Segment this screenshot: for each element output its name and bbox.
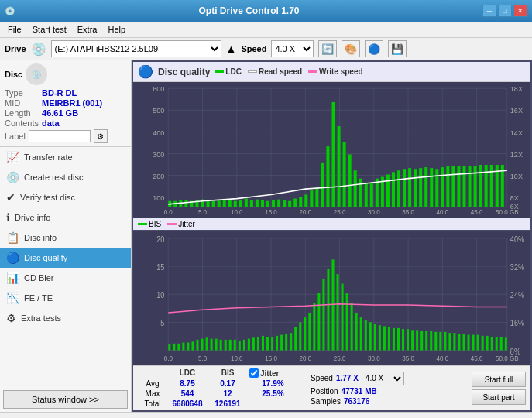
stats-total-jitter <box>248 399 298 409</box>
svg-rect-169 <box>388 327 390 350</box>
menu-extra[interactable]: Extra <box>73 23 102 36</box>
svg-rect-147 <box>285 334 287 350</box>
svg-text:25.0: 25.0 <box>334 209 346 216</box>
svg-rect-35 <box>256 200 259 207</box>
menu-file[interactable]: File <box>3 23 26 36</box>
svg-rect-71 <box>451 166 455 207</box>
svg-rect-128 <box>196 339 198 350</box>
disc-quality-header: 🔵 Disc quality LDC Read speed Write spee… <box>133 62 530 82</box>
svg-rect-142 <box>262 335 264 350</box>
svg-text:15: 15 <box>156 262 164 272</box>
svg-text:10.0: 10.0 <box>231 354 243 362</box>
svg-rect-141 <box>257 337 259 350</box>
svg-rect-44 <box>304 194 307 207</box>
stats-max-bis: 12 <box>208 389 248 399</box>
chart2-svg: 20 15 10 5 40% 32% 24% 16% 8% 0.0 5.0 10… <box>133 231 530 366</box>
svg-rect-192 <box>496 337 498 350</box>
svg-rect-33 <box>245 199 248 207</box>
svg-rect-67 <box>430 168 433 207</box>
speed-select-stats[interactable]: 4.0 X <box>362 372 404 385</box>
settings-button3[interactable]: 💾 <box>388 40 407 57</box>
fe-te-icon: 📉 <box>6 292 19 304</box>
samples-row: Samples 763176 <box>311 397 404 406</box>
svg-text:40.0: 40.0 <box>437 354 449 362</box>
svg-rect-62 <box>403 169 406 207</box>
refresh-button[interactable]: 🔄 <box>318 40 337 57</box>
start-buttons: Start full Start part <box>472 372 526 405</box>
nav-extra-tests[interactable]: ⚙ Extra tests <box>0 308 131 328</box>
drive-select[interactable]: (E:) ATAPI iHBS212 2.5L09 <box>51 40 221 57</box>
svg-rect-175 <box>416 330 418 350</box>
legend-bis-color <box>138 223 147 225</box>
nav-drive-info-label: Drive info <box>15 213 50 222</box>
legend-write-speed: Write speed <box>308 67 363 76</box>
stats-total-bis: 126191 <box>208 399 248 409</box>
svg-text:40%: 40% <box>510 235 524 244</box>
svg-rect-143 <box>266 337 269 350</box>
nav-cd-bler[interactable]: 📊 CD Bler <box>0 268 131 288</box>
legend-read-speed: Read speed <box>248 67 302 76</box>
svg-rect-39 <box>277 200 280 207</box>
nav-disc-info[interactable]: 📋 Disc info <box>0 228 131 248</box>
svg-rect-76 <box>479 165 482 207</box>
nav-create-test-disc[interactable]: 💿 Create test disc <box>0 167 131 187</box>
svg-rect-124 <box>177 343 180 350</box>
legend-ldc: LDC <box>215 67 242 76</box>
disc-quality-title: Disc quality <box>158 67 210 77</box>
svg-rect-173 <box>407 329 409 350</box>
transfer-rate-icon: 📈 <box>6 151 19 163</box>
menu-start-test[interactable]: Start test <box>28 23 71 36</box>
svg-rect-125 <box>182 342 184 350</box>
drive-row: Drive 💿 (E:) ATAPI iHBS212 2.5L09 ▲ Spee… <box>0 38 532 60</box>
svg-rect-161 <box>351 303 353 350</box>
label-icon-btn[interactable]: ⚙ <box>94 129 108 143</box>
close-button[interactable]: ✕ <box>513 5 527 17</box>
mid-value: MEIRBR1 (001) <box>42 98 126 108</box>
chart1-wrapper: 600 500 400 300 200 100 18X 16X 14X 12X … <box>133 82 530 218</box>
chart1-legend: LDC Read speed Write speed <box>215 67 362 76</box>
jitter-checkbox[interactable] <box>249 368 259 378</box>
length-key: Length <box>5 108 39 118</box>
svg-rect-159 <box>342 283 344 350</box>
legend-jitter: Jitter <box>167 220 195 228</box>
minimize-button[interactable]: ─ <box>482 5 496 17</box>
svg-text:5: 5 <box>160 318 164 327</box>
svg-rect-133 <box>220 339 222 350</box>
svg-text:20.0: 20.0 <box>299 209 311 216</box>
svg-text:10X: 10X <box>510 173 523 180</box>
svg-rect-162 <box>355 312 358 350</box>
legend-ldc-color <box>215 70 224 73</box>
maximize-button[interactable]: □ <box>498 5 512 17</box>
svg-rect-150 <box>299 322 301 350</box>
nav-verify-test-disc[interactable]: ✔ Verify test disc <box>0 187 131 207</box>
status-window-button[interactable]: Status window >> <box>3 390 128 409</box>
disc-info-header: Disc 💿 <box>5 63 126 85</box>
nav-transfer-rate[interactable]: 📈 Transfer rate <box>0 147 131 167</box>
svg-rect-127 <box>191 341 194 350</box>
nav-drive-info[interactable]: ℹ Drive info <box>0 207 131 228</box>
nav-disc-quality[interactable]: 🔵 Disc quality <box>0 248 131 268</box>
settings-button1[interactable]: 🎨 <box>342 40 360 57</box>
samples-value: 763176 <box>344 397 369 406</box>
svg-rect-172 <box>402 329 404 350</box>
nav-items: 📈 Transfer rate 💿 Create test disc ✔ Ver… <box>0 147 131 387</box>
app-title: Opti Drive Control 1.70 <box>15 5 482 16</box>
svg-text:500: 500 <box>153 107 164 115</box>
disc-info-icon: 📋 <box>6 231 19 244</box>
label-input[interactable] <box>29 130 91 142</box>
svg-rect-155 <box>322 279 324 350</box>
menu-help[interactable]: Help <box>103 23 130 36</box>
start-part-button[interactable]: Start part <box>472 389 526 405</box>
drive-info-icon: ℹ <box>6 211 10 224</box>
stats-avg-bis: 0.17 <box>208 379 248 389</box>
nav-fe-te[interactable]: 📉 FE / TE <box>0 288 131 308</box>
settings-button2[interactable]: 🔵 <box>365 40 383 57</box>
speed-select[interactable]: 4.0 X 1.0 X 2.0 X 8.0 X <box>271 40 314 57</box>
svg-rect-148 <box>290 333 292 350</box>
legend-jitter-label: Jitter <box>178 220 195 228</box>
svg-rect-156 <box>327 269 329 350</box>
svg-text:0.0: 0.0 <box>164 209 173 216</box>
svg-rect-170 <box>393 327 395 350</box>
start-full-button[interactable]: Start full <box>472 372 526 387</box>
svg-rect-48 <box>326 146 329 207</box>
